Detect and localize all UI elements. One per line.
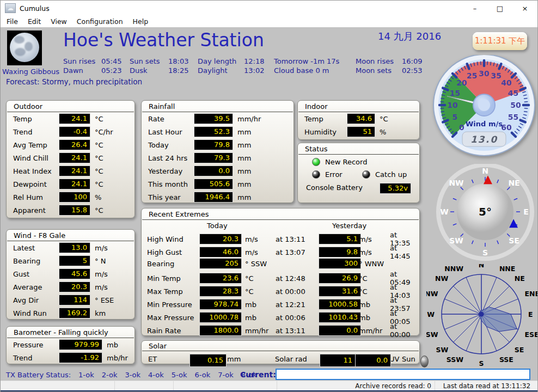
lcd-value: 0.0: [194, 166, 233, 176]
dusk-value: 18:25: [168, 66, 188, 75]
weather-row-today: Today79.8mm: [142, 138, 294, 151]
today-lcd-value: 46.0: [199, 247, 242, 258]
svg-text:50: 50: [510, 101, 521, 109]
weather-row-latest: Latest13.0m/s: [7, 241, 134, 254]
weather-row-trend: Trend-1.92mb/hr: [7, 351, 134, 364]
status-panel: Status New Record Error Catch up Console…: [297, 143, 420, 203]
lcd-value: 52.3: [194, 126, 233, 137]
yesterday-lcd-value: 9.8: [319, 247, 361, 258]
weather-row-gust: Gust45.6m/s: [7, 267, 134, 280]
lcd-value: 100: [59, 192, 90, 203]
date-label: 14 九月 2016: [378, 30, 441, 43]
svg-text:E: E: [528, 310, 533, 318]
lcd-value: 24.1: [59, 113, 90, 124]
solar-rad-value: 11: [320, 354, 356, 367]
minimize-button[interactable]: –: [462, 1, 487, 16]
extremes-row-max-temp: Max Temp28.3°Cat 00:0031.6°Cat 14:03: [142, 283, 419, 296]
extremes-row-high-wind: High Wind20.3m/sat 13:115.1m/sat 13:35: [142, 231, 419, 244]
console-battery-value: 5.32v: [380, 183, 411, 194]
svg-text:S: S: [479, 359, 484, 366]
daylight-value: 13:02: [244, 66, 264, 75]
tomorrow-label: Tomorrow -1m 17s: [274, 57, 339, 65]
svg-text:13.0: 13.0: [470, 134, 498, 145]
error-led-icon: [312, 170, 320, 179]
tx-channel-6: 6-ok: [194, 371, 210, 379]
tx-battery-label: TX Battery Status:: [6, 371, 71, 379]
console-battery-row: Console Battery: [306, 183, 363, 192]
window-controls: – □ ×: [462, 1, 537, 16]
today-lcd-value: 28.3: [199, 286, 242, 297]
close-button[interactable]: ×: [512, 1, 537, 16]
weather-row-humidity: Humidity51%: [298, 125, 419, 138]
weather-row-heat-index: Heat Index24.1°C: [7, 164, 134, 177]
uv-value: 0.0: [355, 354, 391, 367]
indoor-panel-title: Indoor: [298, 101, 419, 112]
catch-up-indicator: Catch up: [362, 170, 407, 179]
current-input[interactable]: [276, 369, 530, 380]
today-lcd-value: 23.6: [199, 273, 242, 284]
wind-rose-chart: NNNENEENEEESESESSESSSWSWWSWWWNWNWNNW: [426, 264, 537, 366]
statusbar-last-read: Last data read at 13:11:32: [435, 381, 538, 391]
svg-text:SSW: SSW: [447, 356, 463, 364]
moon-icon: [10, 33, 39, 62]
statusbar-cell-3: [174, 381, 277, 391]
rainfall-panel-title: Rainfall: [142, 101, 293, 112]
station-title: Hoe's Weather Station: [63, 29, 264, 51]
moon-sets-value: 02:53: [402, 66, 422, 75]
moon-rises-label: Moon rises: [356, 57, 394, 65]
weather-row-apparent: Apparent15.8°C: [7, 204, 134, 217]
sun-sets-label: Sun sets: [130, 57, 160, 65]
lcd-value: -1.92: [59, 352, 102, 363]
weather-row-average: Average20.3m/s: [7, 280, 134, 293]
moon-phase-image: [7, 30, 42, 65]
lcd-value: 39.5: [194, 113, 233, 124]
menu-file[interactable]: File: [2, 17, 23, 26]
dawn-value: 05:23: [101, 66, 121, 75]
menu-view[interactable]: View: [46, 17, 72, 26]
tx-channel-3: 3-ok: [125, 371, 140, 379]
today-column-header: Today: [207, 222, 228, 230]
current-label: Current:: [240, 370, 276, 379]
statusbar-cell-2: [115, 381, 174, 391]
svg-text:30: 30: [479, 69, 490, 78]
weather-row-avg-temp: Avg Temp26.4°C: [7, 138, 134, 151]
sun-label: Sun: [402, 354, 415, 365]
wind-direction-compass: NNEESESSWWNW5°: [433, 164, 537, 261]
menu-help[interactable]: Help: [128, 17, 154, 26]
svg-text:SW: SW: [449, 236, 463, 245]
lcd-value: 1946.4: [194, 192, 233, 203]
extremes-row-bearing: Bearing205° SSW300° WNW: [142, 257, 419, 270]
clock-button[interactable]: 1:11:31 下午: [473, 32, 527, 50]
solar-panel-title: Solar: [142, 341, 419, 351]
console-battery-label: Console Battery: [306, 183, 363, 192]
today-lcd-value: 20.3: [199, 234, 242, 244]
catch-up-label: Catch up: [375, 170, 407, 179]
weather-row-rate: Rate39.5mm/hr: [142, 112, 294, 125]
extremes-row-high-gust: High Gust46.0m/sat 13:079.8m/sat 14:45: [142, 244, 419, 257]
solar-rad-label: Solar rad: [275, 354, 307, 365]
weather-row-last-24-hrs: Last 24 hrs79.3mm: [142, 151, 294, 164]
menu-edit[interactable]: Edit: [23, 17, 46, 26]
lcd-value: 114: [59, 295, 90, 305]
lcd-value: 24.1: [59, 152, 90, 163]
svg-text:15: 15: [450, 89, 460, 97]
svg-text:N: N: [479, 264, 484, 269]
svg-text:SE: SE: [509, 236, 519, 245]
yesterday-lcd-value: 1010.43: [319, 312, 361, 323]
svg-text:NW: NW: [449, 179, 463, 187]
menu-configuration[interactable]: Configuration: [72, 17, 128, 26]
sun-rises-value: 05:45: [101, 57, 121, 65]
extremes-row-rain-rate: Rain Rate1800.0mm/hrat 13:110.0mm/hrat 0…: [142, 322, 419, 335]
recent-extremes-panel: Recent Extremes Today Yesterday High Win…: [141, 208, 420, 336]
today-lcd-value: 1800.0: [199, 325, 242, 336]
svg-text:W: W: [427, 310, 435, 318]
yesterday-lcd-value: 0.0: [319, 325, 361, 336]
maximize-button[interactable]: □: [487, 1, 512, 16]
new-record-led-icon: [312, 158, 320, 166]
lcd-value: 24.1: [59, 179, 90, 189]
tx-channel-2: 2-ok: [102, 371, 118, 379]
svg-text:ESE: ESE: [524, 330, 537, 339]
svg-text:S: S: [482, 248, 488, 257]
svg-text:35: 35: [491, 71, 501, 80]
dusk-label: Dusk: [130, 66, 148, 75]
